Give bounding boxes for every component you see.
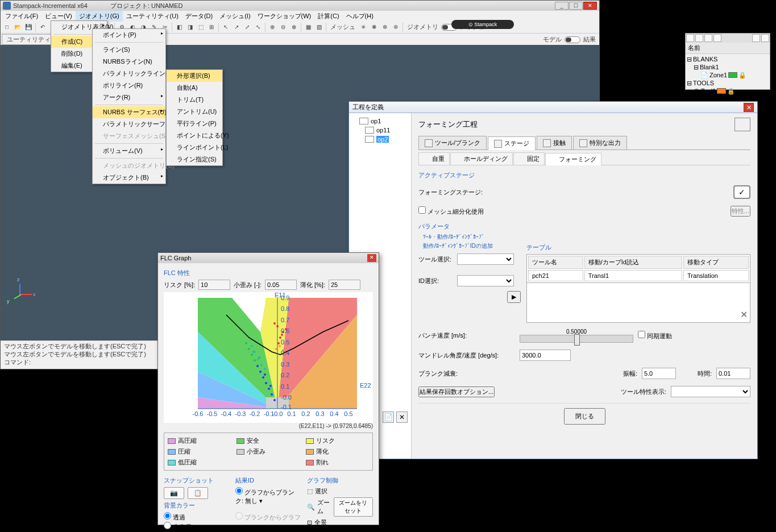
proc-tree-op11[interactable]: op11 [352,126,408,135]
select-button[interactable]: 選択 [315,487,327,496]
subtab-forming[interactable]: フォーミング [545,153,601,165]
tool-icon[interactable]: ⊗ [289,22,299,32]
menu-item[interactable]: ポリライン(R) [93,80,165,92]
panel-btn[interactable] [713,34,721,42]
flc-chart[interactable]: E11 E22 0.90.80.7 0.60.50.4 0.30.20.1 -0… [164,292,373,423]
play-button[interactable]: ▶ [507,291,521,303]
subtab-holding[interactable]: ホールディング [450,152,513,165]
blank-graph-radio[interactable]: ブランクからグラフ [235,514,301,521]
minimize-button[interactable]: _ [555,2,568,10]
subtab-gravity[interactable]: 自重 [418,152,450,165]
open-icon[interactable]: 📂 [13,22,23,32]
tab-contact[interactable]: 接触 [537,136,572,149]
sc-input[interactable] [265,280,297,290]
tool-icon[interactable]: ▧ [314,22,324,32]
tab-tool-blank[interactable]: ツール/ブランク [418,136,487,149]
sync-check[interactable]: 同期運動 [638,331,672,340]
mesh-icon[interactable]: ❊ [391,22,401,32]
menu-item[interactable]: NURBS サーフェス(U)▸ [93,106,165,118]
menu-item[interactable]: アーク(R)▸ [93,92,165,103]
camera-icon[interactable]: 📷 [164,487,184,499]
tree-node-tool1[interactable]: 👁Tool1🔒 [687,87,769,95]
col-tool-name[interactable]: ツール名 [528,256,583,269]
model-toggle[interactable] [565,36,580,43]
risk-input[interactable] [198,280,230,290]
proc-close-btn[interactable]: 閉じる [564,408,605,425]
menu-item[interactable]: アントリム(U) [167,106,222,118]
id-select[interactable] [457,275,514,286]
menu-item[interactable]: パラメトリックサーフェス(M)... [93,118,165,130]
tool-icon[interactable]: ⊖ [278,22,288,32]
save-icon[interactable]: 💾 [23,22,34,32]
time-input[interactable] [716,368,750,379]
menu-item[interactable]: トリム(T) [167,94,222,106]
close-button[interactable]: ✕ [583,2,597,10]
tree-node-tools[interactable]: ⊟TOOLS [687,79,769,87]
table-delete-icon[interactable]: ✕ [740,309,748,320]
tool-icon[interactable]: ▦ [303,22,313,32]
table-row[interactable]: pch21 Transl1 Translation [528,270,749,281]
flc-close-button[interactable]: ✕ [367,254,376,262]
punch-speed-slider[interactable]: 0.50000 [520,329,633,343]
proc-header-icon[interactable] [734,118,750,131]
zoom-reset-button[interactable]: ズームをリセット [334,497,373,517]
menu-item[interactable]: ライン(S) [93,44,165,56]
tool-icon[interactable]: ⤢ [242,22,252,32]
panel-btn[interactable] [686,34,694,42]
tree-node-blanks[interactable]: ⊟BLANKS [687,55,769,63]
menu-item[interactable]: オブジェクト(B)▸ [93,172,165,184]
tree-node-zone1[interactable]: 📄Zone1🔒 [687,71,769,79]
fit-button[interactable]: 全景 [314,518,327,527]
tool-icon[interactable]: ↗ [231,22,242,32]
mesh-icon[interactable]: ❋ [369,22,379,32]
tab-special-output[interactable]: 特別な出力 [573,136,627,149]
copy-icon[interactable]: 📄 [383,412,394,423]
subtab-fixed[interactable]: 固定 [513,152,545,165]
maximize-button[interactable]: ☐ [569,2,583,10]
tool-icon[interactable]: ◧ [174,22,184,32]
menu-utility[interactable]: ユーティリティ(U) [123,11,182,22]
menu-workshop[interactable]: ワークショップ(W) [254,11,315,22]
save-options-button[interactable]: 結果保存回数オプション... [418,386,495,397]
panel-btn[interactable] [761,34,769,42]
menu-item[interactable]: 自動(A) [167,82,222,94]
col-move-id[interactable]: 移動/カーブId読込 [584,256,682,269]
tree-node-blank1[interactable]: ⊟Blank1 [687,63,769,71]
bg-hide-radio[interactable]: 非表示 [164,523,192,530]
mesh-icon[interactable]: ✳ [358,22,368,32]
tool-icon[interactable]: ↖ [221,22,231,32]
menu-geometry[interactable]: ジオメトリ(G) [76,11,123,22]
undo-icon[interactable]: ↶ [38,22,48,32]
menu-help[interactable]: ヘルプ(H) [343,11,377,22]
tool-icon[interactable]: ⬚ [196,22,206,32]
props-button[interactable]: 特性... [731,206,750,217]
tool-icon[interactable]: ⊞ [206,22,217,32]
menu-item[interactable]: パラメトリックライン(A)... [93,68,165,80]
menu-item[interactable]: 外形選択(B) [167,70,222,82]
zoom-button[interactable]: ズーム [317,498,331,516]
menu-calc[interactable]: 計算(C) [314,11,342,22]
mandrel-input[interactable] [520,350,571,361]
mesh-refine-check[interactable]: メッシュ細分化使用 [418,206,484,216]
panel-btn[interactable] [695,34,703,42]
tool-icon[interactable]: ⤡ [253,22,263,32]
forming-stage-check[interactable]: ✓ [733,185,750,199]
col-move-type[interactable]: 移動タイプ [683,256,749,269]
panel-btn[interactable] [752,34,760,42]
tool-icon[interactable]: ◨ [185,22,195,32]
thin-input[interactable] [329,280,360,290]
menu-item[interactable]: ポイント(P)▸ [93,29,165,41]
proc-close-button[interactable]: ✕ [744,103,754,112]
menu-item[interactable]: ライン指定(S) [167,153,222,165]
tool-disp-select[interactable] [671,386,750,397]
proc-tree-op1[interactable]: op1 [352,117,408,126]
menu-data[interactable]: データ(D) [182,11,216,22]
panel-btn[interactable] [704,34,712,42]
proc-tree-op2[interactable]: op2 [352,135,408,144]
amp-input[interactable] [642,368,676,379]
menu-item[interactable]: 平行ライン(P) [167,118,222,130]
menu-item[interactable]: ボリューム(V)▸ [93,145,165,157]
menu-item[interactable]: ポイントによる(Y) [167,130,222,142]
mesh-icon[interactable]: ✲ [380,22,390,32]
delete-icon[interactable]: ✕ [396,412,408,423]
